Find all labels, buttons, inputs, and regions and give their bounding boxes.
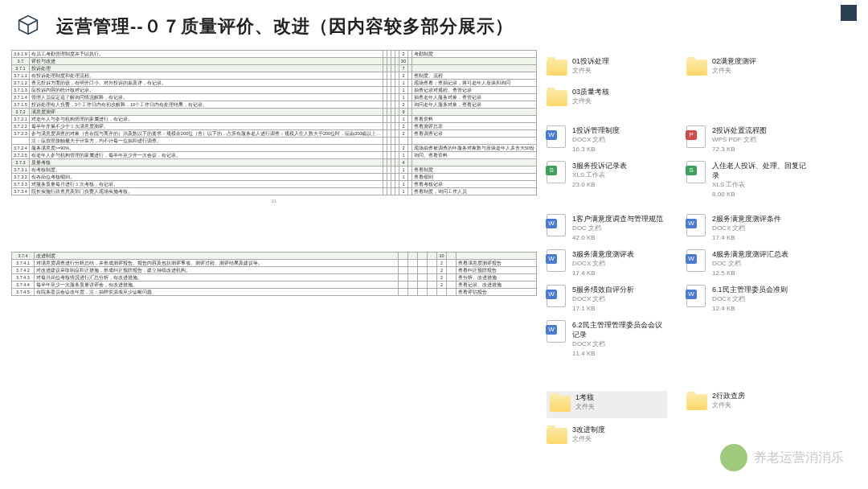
document-icon: W	[547, 125, 567, 150]
file-info: 4服务满意度测评汇总表DOC 文档12.5 KB	[712, 249, 788, 278]
file-info: 1投诉管理制度DOCX 文档16.3 KB	[572, 125, 620, 154]
document-icon: W	[686, 285, 707, 309]
table-row: 3.7.4改进制度10	[12, 253, 537, 260]
table-row: 3.7.4.2对改进建议采取响应和正措施，形成纠正预防报告，建立持续改进机构。2…	[12, 267, 537, 274]
right-column: 01投诉处理文件夹02满意度测评文件夹03质量考核文件夹 W1投诉管理制度DOC…	[547, 50, 857, 463]
document-icon: S	[547, 161, 567, 185]
folder-group-2: 1考核文件夹2行政查房文件夹3改进制度文件夹	[547, 391, 857, 449]
document-icon: S	[686, 161, 707, 185]
file-item[interactable]: W6.2民主管理管理委员会会议记录DOCX 文档11.4 KB	[547, 320, 667, 359]
document-icon: P	[686, 125, 707, 150]
file-item[interactable]: S入住老人投诉、处理、回复记录XLS 工作表8.00 KB	[686, 161, 807, 199]
table-row: 3.7.2满意度测评9	[12, 109, 537, 116]
table-row: 3.7.3.1有考核制度。1查看制度	[12, 166, 537, 174]
left-column: 3.6.1.9有员工考勤管理制度并予以执行。2考勤制度3.7评价与改进303.7…	[11, 50, 537, 463]
file-info: 1考核文件夹	[575, 392, 595, 412]
folder-item[interactable]: 1考核文件夹	[547, 391, 667, 418]
table-row: 3.7评价与改进30	[12, 58, 537, 65]
table-row: 3.7.3.2有各岗位考核细则。1查看细则	[12, 174, 537, 181]
file-info: 入住老人投诉、处理、回复记录XLS 工作表8.00 KB	[712, 161, 807, 199]
folder-icon	[550, 392, 571, 417]
folder-icon	[547, 87, 567, 111]
file-info: 02满意度测评文件夹	[712, 56, 756, 76]
file-item[interactable]: W6.1民主管理委员会准则DOCX 文档12.4 KB	[686, 285, 807, 314]
table-row: 3.7.1.1有投诉处理制度和处理流程。2查制度、流程	[12, 72, 537, 80]
folder-icon	[686, 56, 707, 80]
table-row: 3.7.1投诉处理7	[12, 65, 537, 72]
file-info: 3服务投诉记录表XLS 工作表23.0 KB	[572, 161, 627, 190]
table-row: 3.7.4.4每半年至少一次服务质量讲评会，有改进措施。2查看记录、改进措施	[12, 281, 537, 289]
file-info: 6.2民主管理管理委员会会议记录DOCX 文档11.4 KB	[572, 320, 667, 359]
table-row: 3.6.1.9有员工考勤管理制度并予以执行。2考勤制度	[12, 51, 537, 58]
file-item[interactable]: W1投诉管理制度DOCX 文档16.3 KB	[547, 125, 667, 154]
wechat-icon	[720, 444, 747, 471]
file-item[interactable]: P2投诉处置流程图WPS PDF 文档72.3 KB	[686, 125, 807, 154]
folder-item[interactable]: 2行政查房文件夹	[686, 391, 807, 418]
file-info: 03质量考核文件夹	[572, 87, 609, 106]
table-2: 3.7.4改进制度103.7.4.1对满意度调查进行分析总结，并形成测评报告。报…	[11, 252, 537, 296]
document-icon: W	[686, 249, 707, 273]
table-row: 3.7.2.3参与满意度调查的对象（含在院与离开的）涉及数以下的要求：规模在20…	[12, 130, 537, 138]
page-number: 21	[11, 199, 537, 203]
file-info: 2行政查房文件夹	[712, 391, 745, 410]
folder-item[interactable]: 3改进制度文件夹	[547, 425, 667, 449]
file-info: 6.1民主管理委员会准则DOCX 文档12.4 KB	[712, 285, 788, 314]
table-row: 3.7.1.2查元投诉方面的设，有明开口小、对外投诉的差及详，有记录。1现场查看…	[12, 80, 537, 87]
file-item[interactable]: S3服务投诉记录表XLS 工作表23.0 KB	[547, 161, 667, 199]
folder-item[interactable]: 03质量考核文件夹	[547, 87, 667, 111]
cube-icon	[18, 14, 39, 35]
table-row: 3.7.4.3对每月岗位考核情况进行汇总分析，有改进措施。2查分析、改进措施	[12, 274, 537, 281]
table-row: 3.7.4.1对满意度调查进行分析总结，并形成测评报告。报告内容及包括测评事项、…	[12, 260, 537, 267]
file-item[interactable]: W3服务满意度测评表DOCX 文档17.4 KB	[547, 249, 667, 278]
document-icon: W	[547, 320, 567, 344]
doc-group-2: W1客户满意度调查与管理规范DOC 文档42.0 KBW2服务满意度测评条件DO…	[547, 214, 857, 359]
file-info: 3改进制度文件夹	[572, 425, 605, 444]
table-row: 3.7.1.4管理人员应定追了解询问情况解释，有记录。1抽查老年人服务对象，查管…	[12, 94, 537, 101]
table-row: 3.7.3质量考核4	[12, 159, 537, 166]
table-row: 3.7.1.5投诉处理有人负责，3个工作日内有初步解释，10个工作日内有处理结果…	[12, 101, 537, 109]
file-item[interactable]: W4服务满意度测评汇总表DOC 文档12.5 KB	[686, 249, 807, 278]
page-title: 运营管理--０７质量评价、改进（因内容较多部分展示）	[56, 14, 868, 39]
table-row: 3.7.2.2每半年开展不少于１次满意度测评。2查看测评总表	[12, 123, 537, 130]
folder-group-1: 01投诉处理文件夹02满意度测评文件夹03质量考核文件夹	[547, 56, 857, 111]
document-icon: W	[547, 249, 567, 273]
table-row: 注：应按照接触最大于计算方，均不计每一位抽和进行调查。	[12, 138, 537, 145]
file-info: 01投诉处理文件夹	[572, 56, 609, 76]
file-info: 1客户满意度调查与管理规范DOC 文档42.0 KB	[572, 214, 663, 243]
file-info: 2投诉处置流程图WPS PDF 文档72.3 KB	[712, 125, 767, 154]
table-row: 3.7.4.5有院务委员会诊改年度，注：抽样资源项至少诊断问题查看评估报告	[12, 289, 537, 296]
folder-icon	[686, 391, 707, 415]
watermark: 养老运营消消乐	[720, 444, 844, 471]
table-row: 3.7.3.4院长实施行政查房及部门负责人现场实施考核。1查看制度，询问工作人员	[12, 188, 537, 195]
table-1: 3.6.1.9有员工考勤管理制度并予以执行。2考勤制度3.7评价与改进303.7…	[11, 50, 537, 195]
corner-square-icon	[841, 5, 857, 21]
folder-item[interactable]: 01投诉处理文件夹	[547, 56, 667, 80]
table-row: 3.7.3.3对服务质量每月进行１次考核，有记录。1查看考核记录	[12, 181, 537, 188]
document-icon: W	[547, 214, 567, 238]
folder-icon	[547, 56, 567, 80]
file-info: 2服务满意度测评条件DOCX 文档17.4 KB	[712, 214, 781, 243]
folder-icon	[547, 425, 567, 449]
table-row: 3.7.2.4服务满意度>=90%。2现场抽查被调查的年服务对象数与座谈老年人多…	[12, 145, 537, 152]
file-info: 5服务绩效自评分析DOCX 文档17.1 KB	[572, 285, 634, 314]
table-row: 3.7.2.5有老年人参与机构管理的家属进行，每半年至少开一次会议，有记录。1询…	[12, 152, 537, 159]
document-icon: W	[547, 285, 567, 309]
table-row: 3.7.1.3应投诉内容的统计核对记录。1抽查记录对规程、查管记录	[12, 87, 537, 94]
doc-group-1: W1投诉管理制度DOCX 文档16.3 KBP2投诉处置流程图WPS PDF 文…	[547, 125, 857, 199]
file-info: 3服务满意度测评表DOCX 文档17.4 KB	[572, 249, 634, 278]
file-item[interactable]: W5服务绩效自评分析DOCX 文档17.1 KB	[547, 285, 667, 314]
file-item[interactable]: W2服务满意度测评条件DOCX 文档17.4 KB	[686, 214, 807, 243]
folder-item[interactable]: 02满意度测评文件夹	[686, 56, 807, 80]
watermark-text: 养老运营消消乐	[754, 450, 844, 466]
table-row: 3.7.2.1对老年人与参与机构管理的家属进行，有记录。1查看资料	[12, 116, 537, 123]
file-item[interactable]: W1客户满意度调查与管理规范DOC 文档42.0 KB	[547, 214, 667, 243]
document-icon: W	[686, 214, 707, 238]
